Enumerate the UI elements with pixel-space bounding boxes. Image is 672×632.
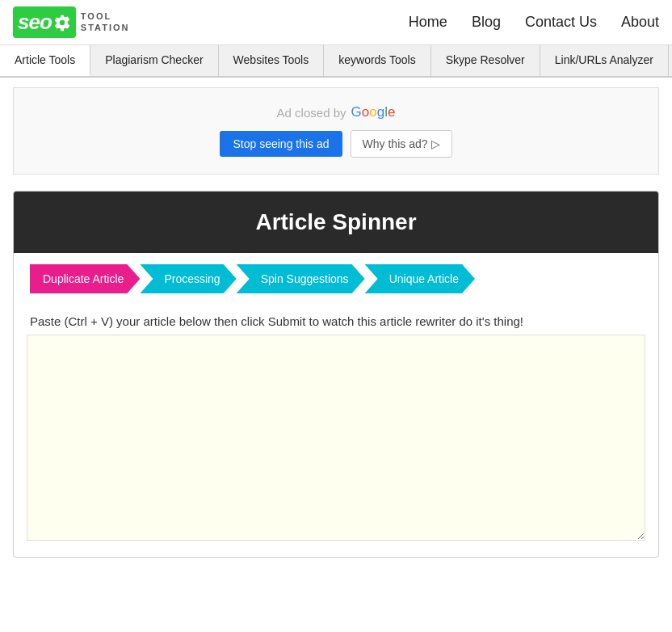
step-4: Unique Article <box>365 264 475 293</box>
nav-links: Home Blog Contact Us About <box>409 14 659 31</box>
tab-link-analyzer[interactable]: Link/URLs Analyzer <box>540 45 669 76</box>
ad-closed-label: Ad closed by Google <box>277 104 396 120</box>
logo: seo <box>13 6 76 38</box>
step-3: Spin Suggestions <box>237 264 365 293</box>
toolbar: Article Tools Plagiarism Checker Website… <box>0 45 672 78</box>
nav-contact[interactable]: Contact Us <box>525 14 597 31</box>
tab-keywords-tools[interactable]: keywords Tools <box>324 45 430 76</box>
tab-websites-tools[interactable]: Websites Tools <box>219 45 325 76</box>
logo-subtitle: TOOL STATION <box>81 11 130 32</box>
steps-bar: Duplicate Article Processing Spin Sugges… <box>14 253 658 305</box>
step-1: Duplicate Article <box>30 264 140 293</box>
step-unique-article[interactable]: Unique Article <box>365 264 475 293</box>
spinner-header: Article Spinner <box>14 192 658 253</box>
instruction-text: Paste (Ctrl + V) your article below then… <box>14 305 658 335</box>
tab-ranker[interactable]: Ranke... <box>669 45 672 76</box>
step-duplicate-article[interactable]: Duplicate Article <box>30 264 140 293</box>
nav-blog[interactable]: Blog <box>472 14 501 31</box>
step-2: Processing <box>140 264 236 293</box>
why-ad-button[interactable]: Why this ad? ▷ <box>351 130 452 158</box>
ad-buttons: Stop seeing this ad Why this ad? ▷ <box>220 130 452 158</box>
google-logo-text: Google <box>351 104 396 120</box>
tab-article-tools[interactable]: Article Tools <box>0 45 90 76</box>
article-textarea[interactable] <box>27 335 645 541</box>
step-spin-suggestions[interactable]: Spin Suggestions <box>237 264 365 293</box>
ad-box: Ad closed by Google Stop seeing this ad … <box>13 87 659 175</box>
main-content: Ad closed by Google Stop seeing this ad … <box>0 78 672 567</box>
logo-seo-text: seo <box>18 10 52 35</box>
why-ad-icon: ▷ <box>431 137 440 150</box>
gear-icon <box>53 14 71 32</box>
nav-about[interactable]: About <box>621 14 659 31</box>
tab-plagiarism[interactable]: Plagiarism Checker <box>90 45 218 76</box>
step-processing[interactable]: Processing <box>140 264 236 293</box>
nav-home[interactable]: Home <box>409 14 447 31</box>
logo-container: seo TOOL STATION <box>13 6 129 38</box>
stop-seeing-button[interactable]: Stop seeing this ad <box>220 131 342 157</box>
header: seo TOOL STATION Home Blog Contact Us Ab… <box>0 0 672 45</box>
spinner-section: Article Spinner Duplicate Article Proces… <box>13 191 659 558</box>
tab-skype-resolver[interactable]: Skype Resolver <box>431 45 540 76</box>
